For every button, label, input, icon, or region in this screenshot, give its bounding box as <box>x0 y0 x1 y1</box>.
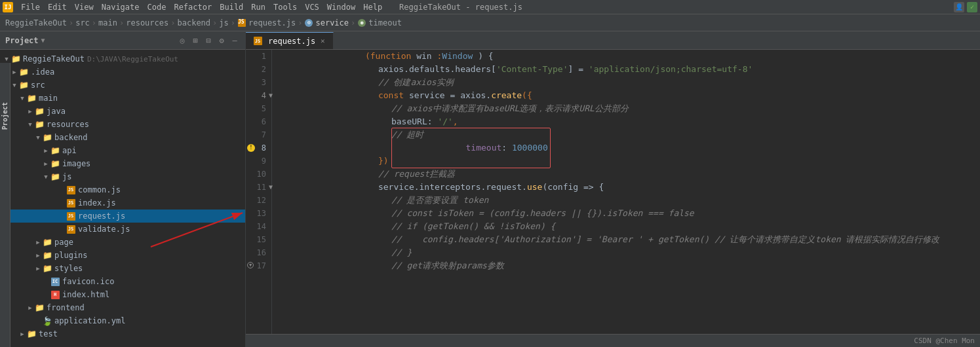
menu-window[interactable]: Window <box>323 1 359 13</box>
tab-requestjs[interactable]: JS request.js ✕ <box>246 32 334 49</box>
folder-icon-test: 📁 <box>26 329 37 339</box>
tree-item-java[interactable]: ▶ 📁 java <box>0 105 245 118</box>
minimize-icon[interactable]: — <box>229 35 240 46</box>
expand-icon[interactable]: ⊞ <box>190 35 201 46</box>
tab-icon-requestjs: JS <box>252 36 263 46</box>
tree-label-commonjs: common.js <box>78 185 121 194</box>
tree-item-resources[interactable]: ▼ 📁 resources <box>0 118 245 131</box>
menu-run[interactable]: Run <box>247 1 269 13</box>
file-icon-requestjs: JS <box>66 211 76 221</box>
settings-icon[interactable]: ⚙ <box>216 35 227 46</box>
tree-item-requestjs[interactable]: ▶ JS request.js <box>0 210 245 223</box>
tree-item-indexjs[interactable]: ▶ JS index.js <box>0 196 245 210</box>
menu-view[interactable]: View <box>71 1 98 13</box>
tree-item-js[interactable]: ▼ 📁 js <box>0 170 245 183</box>
locate-icon[interactable]: ◎ <box>177 35 187 46</box>
breadcrumb-sep-1: › <box>69 18 73 27</box>
tree-arrow-js: ▼ <box>42 173 50 181</box>
tree-item-backend[interactable]: ▼ 📁 backend <box>0 131 245 144</box>
tree-label-styles: styles <box>54 264 83 273</box>
tree-label-appyml: application.yml <box>54 316 125 325</box>
tree-item-indexhtml[interactable]: ▶ H index.html <box>0 288 245 301</box>
code-content[interactable]: (function win :Window ) { axios.defaults… <box>272 50 980 334</box>
breadcrumb-src[interactable]: src <box>75 18 90 27</box>
tab-bar: JS request.js ✕ <box>246 31 980 50</box>
fold-icon-11[interactable]: ▼ <box>269 181 273 194</box>
menu-navigate[interactable]: Navigate <box>98 1 144 13</box>
breadcrumb-resources[interactable]: resources <box>126 18 168 27</box>
tree-item-styles[interactable]: ▶ 📁 styles <box>0 262 245 275</box>
folder-icon-java: 📁 <box>34 106 45 117</box>
tree-arrow-idea: ▶ <box>10 68 18 76</box>
tree-label-root: ReggieTakeOut <box>23 54 85 64</box>
tree-item-src[interactable]: ▼ 📁 src <box>0 79 245 92</box>
line-num-17: 17 ▼ <box>246 259 271 272</box>
sidebar-title: Project <box>5 36 39 45</box>
line-num-14: 14 <box>246 220 271 233</box>
tree-arrow-page: ▶ <box>34 238 42 246</box>
breadcrumb-service[interactable]: ⊙ service <box>304 18 349 27</box>
breadcrumb-js[interactable]: js <box>219 18 228 27</box>
breadcrumb-project[interactable]: ReggieTakeOut <box>5 18 67 27</box>
line-num-2: 2 <box>246 63 271 76</box>
tree-item-appyml[interactable]: ▶ 🍃 application.yml <box>0 314 245 327</box>
fold-icon-4[interactable]: ▼ <box>269 89 273 102</box>
status-bar: CSDN @Chen Mon <box>246 334 980 347</box>
menu-help[interactable]: Help <box>359 1 386 13</box>
breadcrumb-timeout[interactable]: ◉ timeout <box>357 18 402 27</box>
tree-item-favicon[interactable]: ▶ IC favicon.ico <box>0 275 245 288</box>
menu-file[interactable]: File <box>17 1 44 13</box>
tree-arrow-src: ▼ <box>10 81 18 89</box>
line-num-3: 3 <box>246 76 271 89</box>
window-title: ReggieTakeOut - request.js <box>399 3 522 12</box>
folder-icon-page: 📁 <box>42 237 52 247</box>
file-icon-commonjs: JS <box>66 185 76 195</box>
menu-vcs[interactable]: VCS <box>301 1 323 13</box>
tree-item-api[interactable]: ▶ 📁 api <box>0 144 245 157</box>
folder-icon-main: 📁 <box>26 93 37 103</box>
tree-arrow-main: ▼ <box>18 94 26 102</box>
line-num-15: 15 <box>246 233 271 246</box>
tree-item-images[interactable]: ▶ 📁 images <box>0 157 245 170</box>
tree-item-test[interactable]: ▶ 📁 test <box>0 327 245 340</box>
tree-label-resources: resources <box>47 120 89 129</box>
sidebar: Project ▼ ◎ ⊞ ⊟ ⚙ — ▼ 📁 ReggieTakeOut D:… <box>0 31 246 347</box>
tab-close-requestjs[interactable]: ✕ <box>319 37 326 45</box>
line-num-8: 8 ! <box>246 141 271 155</box>
tree-label-api: api <box>62 146 77 155</box>
tree-item-commonjs[interactable]: ▶ JS common.js <box>0 183 245 196</box>
collapse-icon[interactable]: ⊟ <box>203 35 214 46</box>
tree-arrow-api: ▶ <box>42 147 50 155</box>
tree-arrow-root: ▼ <box>3 55 10 63</box>
tree-label-test: test <box>39 329 58 338</box>
tree-item-page[interactable]: ▶ 📁 page <box>0 236 245 249</box>
menu-build[interactable]: Build <box>216 1 247 13</box>
file-icon-indexhtml: H <box>50 289 60 300</box>
sidebar-tree: ▼ 📁 ReggieTakeOut D:\JAVA\ReggieTakeOut … <box>0 50 245 347</box>
profile-icon[interactable]: 👤 <box>954 2 964 12</box>
breadcrumb-backend[interactable]: backend <box>177 18 210 27</box>
menu-tools[interactable]: Tools <box>269 1 301 13</box>
tree-item-main[interactable]: ▼ 📁 main <box>0 92 245 105</box>
sidebar-dropdown-arrow[interactable]: ▼ <box>41 37 45 44</box>
timeout-icon: ◉ <box>357 18 366 27</box>
folder-icon-idea: 📁 <box>18 67 29 77</box>
tree-item-validatejs[interactable]: ▶ JS validate.js <box>0 223 245 236</box>
menu-refactor[interactable]: Refactor <box>170 1 216 13</box>
line-num-1: 1 <box>246 50 271 63</box>
breadcrumb-requestjs[interactable]: JS request.js <box>237 18 296 27</box>
vcs-status-icon[interactable]: ✓ <box>967 2 977 12</box>
menu-edit[interactable]: Edit <box>44 1 71 13</box>
menu-code[interactable]: Code <box>144 1 170 13</box>
tree-arrow-test: ▶ <box>18 330 26 338</box>
tree-item-root[interactable]: ▼ 📁 ReggieTakeOut D:\JAVA\ReggieTakeOut <box>0 52 245 65</box>
folder-icon-resources: 📁 <box>34 119 45 130</box>
tree-item-idea[interactable]: ▶ 📁 .idea <box>0 65 245 79</box>
tab-label-requestjs: request.js <box>268 37 315 46</box>
breadcrumb-main[interactable]: main <box>98 18 117 27</box>
tree-item-frontend[interactable]: ▶ 📁 frontend <box>0 301 245 314</box>
editor-area: JS request.js ✕ 1 2 3 4 ▼ 5 6 7 8 <box>246 31 980 347</box>
tree-item-plugins[interactable]: ▶ 📁 plugins <box>0 249 245 262</box>
tree-arrow-resources: ▼ <box>26 120 34 128</box>
vtab-project[interactable]: Project <box>1 102 9 130</box>
